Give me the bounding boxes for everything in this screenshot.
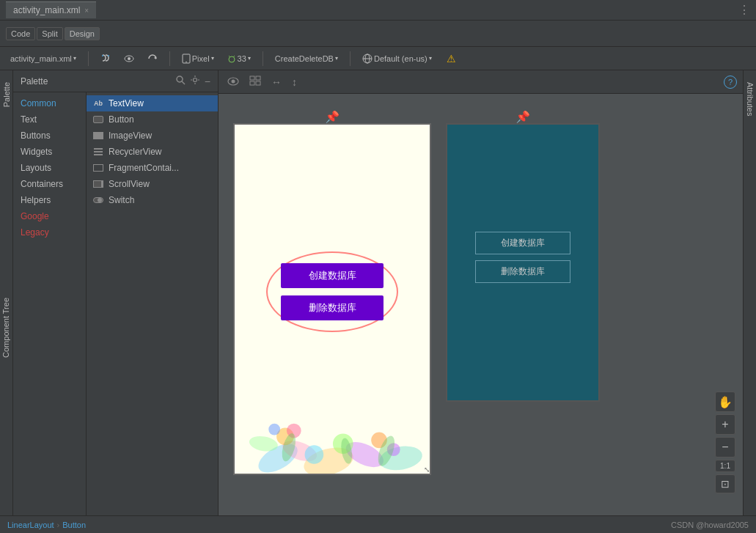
app-arrow: ▾ [335, 55, 338, 62]
palette-content: Common Text Buttons Widgets Layouts Cont… [13, 92, 218, 515]
phone-action-buttons: 创建数据库 删除数据库 [281, 263, 383, 320]
canvas-area: ↔ ↕ ? 📌 [219, 70, 743, 515]
dark-phone-buttons: 创建数据库 删除数据库 [475, 232, 570, 283]
create-db-btn-dark[interactable]: 创建数据库 [475, 232, 570, 254]
canvas-grid-icon [249, 76, 261, 86]
recyclerview-icon [92, 146, 104, 158]
device-dropdown[interactable]: Pixel ▾ [177, 51, 219, 66]
filename-label: activity_main.xml [10, 54, 72, 63]
category-helpers[interactable]: Helpers [13, 192, 86, 208]
menu-dots-btn[interactable]: ⋮ [738, 3, 750, 17]
locale-dropdown[interactable]: Default (en-us) ▾ [358, 51, 436, 66]
category-text[interactable]: Text [13, 111, 86, 128]
file-tab[interactable]: activity_main.xml × [6, 1, 96, 18]
breadcrumb-linearlayout[interactable]: LinearLayout [7, 521, 54, 529]
category-google[interactable]: Google [13, 208, 86, 224]
palette-item-textview[interactable]: Ab TextView [87, 95, 218, 111]
imageview-icon [92, 130, 104, 141]
locale-label: Default (en-us) [374, 54, 427, 63]
zoom-ratio-display: 1:1 [715, 460, 735, 472]
palette-search-btn[interactable] [175, 75, 186, 87]
canvas-arrow-h-btn[interactable]: ↔ [268, 75, 285, 89]
palette-panel: Palette − Common Text Buttons Widgets La… [13, 70, 219, 515]
separator2 [169, 51, 170, 66]
svg-point-3 [128, 57, 131, 60]
status-bar: LinearLayout › Button CSDN @howard2005 [0, 515, 756, 533]
canvas-eye-btn[interactable] [224, 75, 242, 89]
hand-tool-btn[interactable]: ✋ [715, 392, 735, 412]
zoom-out-btn[interactable]: − [715, 437, 735, 457]
zoom-fit-btn[interactable]: ⊡ [715, 474, 735, 493]
canvas-toolbar: ↔ ↕ ? [219, 70, 743, 94]
category-layouts[interactable]: Layouts [13, 160, 86, 176]
locale-arrow: ▾ [429, 55, 432, 62]
canvas-grid-btn[interactable] [246, 74, 264, 89]
palette-item-switch[interactable]: Switch [87, 192, 218, 208]
category-buttons[interactable]: Buttons [13, 128, 86, 144]
fragmentcontainer-icon [92, 162, 104, 174]
svg-rect-19 [256, 76, 260, 80]
svg-point-17 [232, 79, 235, 83]
tab-close-btn[interactable]: × [84, 7, 89, 15]
light-phone-mockup: 📌 [233, 123, 431, 475]
dark-phone-screen: 创建数据库 删除数据库 [446, 123, 600, 402]
canvas-content: 📌 [219, 94, 743, 515]
button-label: Button [109, 114, 134, 125]
api-dropdown[interactable]: 33 ▾ [223, 52, 255, 65]
create-db-btn-light[interactable]: 创建数据库 [281, 263, 383, 288]
component-tree-tab-btn[interactable]: Component Tree [0, 293, 12, 362]
eye-toggle-btn[interactable] [120, 53, 139, 65]
app-dropdown[interactable]: CreateDeleteDB ▾ [271, 52, 342, 65]
refresh-btn[interactable] [143, 51, 162, 66]
resize-indicator: ⤡ [424, 466, 430, 474]
imageview-label: ImageView [109, 131, 152, 141]
category-widgets[interactable]: Widgets [13, 144, 86, 160]
split-view-btn[interactable]: Split [37, 27, 62, 40]
svg-point-7 [229, 56, 235, 62]
textview-label: TextView [109, 98, 144, 109]
delete-db-btn-dark[interactable]: 删除数据库 [475, 260, 570, 283]
delete-db-btn-light[interactable]: 删除数据库 [281, 295, 383, 320]
svg-point-13 [177, 76, 183, 82]
palette-item-button[interactable]: Button [87, 111, 218, 128]
svg-rect-18 [250, 76, 254, 80]
attributes-tab-btn[interactable]: Attributes [744, 78, 756, 120]
device-arrow: ▾ [211, 55, 214, 62]
svg-line-14 [182, 81, 185, 84]
attributes-panel: Attributes [743, 70, 756, 515]
category-common[interactable]: Common [13, 95, 86, 111]
filename-dropdown[interactable]: activity_main.xml ▾ [6, 52, 81, 65]
category-legacy[interactable]: Legacy [13, 224, 86, 240]
palette-tab-btn[interactable]: Palette [1, 78, 12, 111]
zoom-in-btn[interactable]: + [715, 414, 735, 435]
palette-item-imageview[interactable]: ImageView [87, 128, 218, 144]
canvas-help-btn[interactable]: ? [724, 76, 737, 89]
palette-settings-btn[interactable] [190, 75, 200, 87]
api-label: 33 [238, 54, 246, 63]
separator3 [263, 51, 263, 66]
main-area: Palette Palette − Common Text Buttons [0, 70, 756, 515]
secondary-toolbar: activity_main.xml ▾ Pixel ▾ 33 ▾ CreateD… [0, 47, 756, 70]
palette-header-icons: − [175, 75, 210, 87]
category-containers[interactable]: Containers [13, 176, 86, 192]
view-buttons-group: Code Split Design [6, 27, 100, 40]
textview-icon: Ab [92, 98, 104, 109]
breadcrumb-button[interactable]: Button [62, 521, 86, 529]
breadcrumb-separator: › [57, 521, 60, 529]
separator4 [350, 51, 351, 66]
magnet-btn[interactable] [96, 51, 115, 66]
api-arrow: ▾ [248, 55, 251, 62]
palette-item-scrollview[interactable]: ScrollView [87, 176, 218, 192]
code-view-btn[interactable]: Code [6, 27, 35, 40]
palette-item-recyclerview[interactable]: RecyclerView [87, 144, 218, 160]
design-view-btn[interactable]: Design [65, 27, 100, 40]
title-bar: activity_main.xml × ⋮ [0, 0, 756, 21]
palette-item-fragmentcontainer[interactable]: FragmentContai... [87, 160, 218, 176]
refresh-icon [147, 54, 158, 64]
svg-point-15 [193, 78, 197, 82]
canvas-arrow-v-btn[interactable]: ↕ [289, 75, 300, 89]
warning-icon[interactable]: ⚠ [447, 53, 456, 65]
breadcrumb: LinearLayout › Button [7, 521, 86, 529]
component-tree-side-tab: Component Tree [0, 293, 13, 362]
palette-close-btn[interactable]: − [205, 75, 210, 87]
